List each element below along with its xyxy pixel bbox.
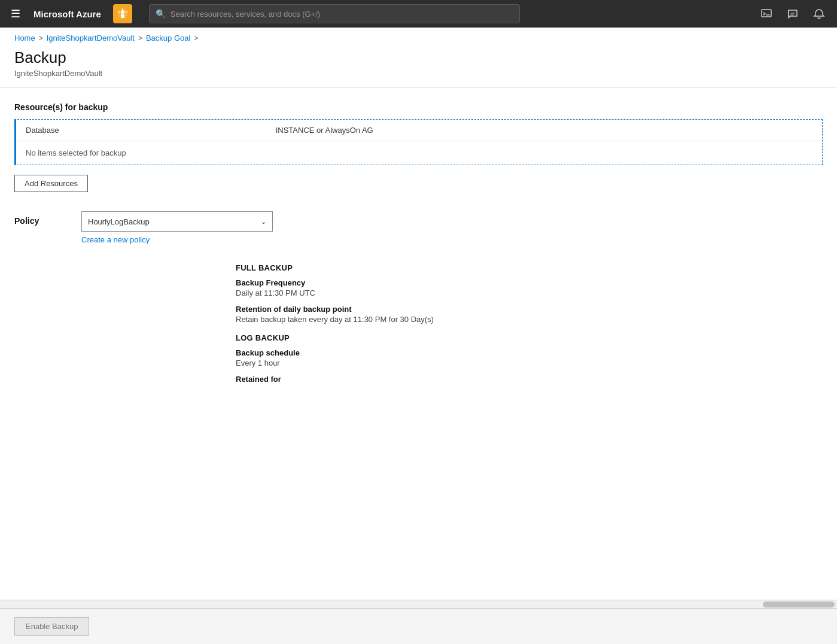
table-row-empty: No items selected for backup (16, 141, 822, 165)
backup-schedule-value: Every 1 hour (236, 359, 823, 367)
create-policy-link[interactable]: Create a new policy (81, 235, 273, 244)
backup-details: FULL BACKUP Backup Frequency Daily at 11… (14, 263, 823, 384)
backup-frequency-value: Daily at 11:30 PM UTC (236, 288, 823, 297)
policy-label: Policy (14, 211, 62, 226)
svg-point-1 (121, 10, 124, 14)
bottom-bar: Enable Backup (0, 608, 837, 644)
policy-dropdown-value: HourlyLogBackup (88, 217, 150, 226)
resource-table: Database INSTANCE or AlwaysOn AG No item… (16, 120, 822, 165)
search-input[interactable] (171, 10, 513, 19)
page-subtitle: IgniteShopkartDemoVault (14, 69, 823, 78)
page-title: Backup (14, 48, 823, 67)
search-bar[interactable]: 🔍 (149, 4, 520, 23)
backup-frequency-label: Backup Frequency (236, 278, 823, 287)
bottom-scrollbar[interactable] (0, 600, 837, 608)
resource-table-wrapper: Database INSTANCE or AlwaysOn AG No item… (14, 119, 823, 165)
retention-field: Retention of daily backup point Retain b… (236, 305, 823, 324)
policy-dropdown[interactable]: HourlyLogBackup ⌄ (81, 211, 273, 232)
chevron-down-icon: ⌄ (261, 218, 266, 226)
col-instance: INSTANCE or AlwaysOn AG (266, 120, 822, 141)
svg-rect-2 (121, 14, 124, 18)
hamburger-icon[interactable]: ☰ (7, 5, 24, 23)
policy-controls: HourlyLogBackup ⌄ Create a new policy (81, 211, 273, 244)
empty-message: No items selected for backup (16, 141, 822, 165)
main-content: Resource(s) for backup Database INSTANCE… (0, 87, 837, 600)
full-backup-header: FULL BACKUP (236, 263, 823, 272)
enable-backup-button[interactable]: Enable Backup (14, 617, 89, 636)
backup-schedule-label: Backup schedule (236, 348, 823, 357)
breadcrumb-home[interactable]: Home (14, 34, 35, 42)
feedback-icon[interactable] (782, 5, 803, 22)
log-backup-header: LOG BACKUP (236, 333, 823, 342)
terminal-icon[interactable] (756, 5, 777, 22)
logo-icon (116, 7, 129, 20)
retained-for-label: Retained for (236, 375, 823, 384)
app-title: Microsoft Azure (34, 9, 101, 19)
backup-frequency-field: Backup Frequency Daily at 11:30 PM UTC (236, 278, 823, 297)
retention-label: Retention of daily backup point (236, 305, 823, 314)
breadcrumb-backup-goal[interactable]: Backup Goal (146, 34, 190, 42)
breadcrumb: Home > IgniteShopkartDemoVault > Backup … (0, 28, 837, 46)
page-header: Backup IgniteShopkartDemoVault (0, 46, 837, 87)
add-resources-button[interactable]: Add Resources (14, 175, 88, 192)
breadcrumb-sep-3: > (194, 34, 198, 42)
resources-section-title: Resource(s) for backup (14, 102, 823, 112)
azure-logo (113, 4, 132, 23)
notification-icon[interactable] (808, 5, 830, 22)
backup-schedule-field: Backup schedule Every 1 hour (236, 348, 823, 367)
retention-value: Retain backup taken every day at 11:30 P… (236, 315, 823, 324)
breadcrumb-sep-1: > (39, 34, 43, 42)
policy-section: Policy HourlyLogBackup ⌄ Create a new po… (14, 211, 823, 244)
breadcrumb-vault[interactable]: IgniteShopkartDemoVault (47, 34, 135, 42)
retained-for-field: Retained for (236, 375, 823, 384)
topbar: ☰ Microsoft Azure 🔍 (0, 0, 837, 28)
svg-rect-6 (762, 10, 771, 17)
search-icon: 🔍 (156, 9, 166, 19)
breadcrumb-sep-2: > (138, 34, 142, 42)
scrollbar-thumb (763, 602, 835, 607)
topbar-actions (756, 5, 830, 22)
col-database: Database (16, 120, 266, 141)
